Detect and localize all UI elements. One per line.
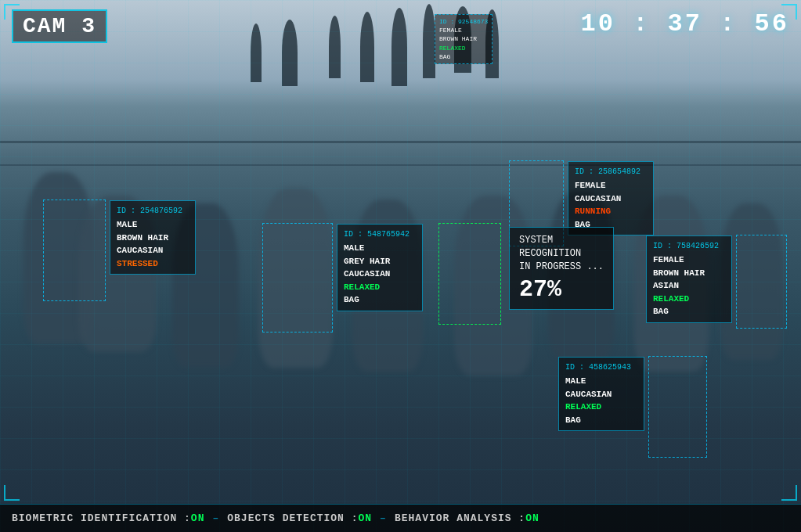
info-name-1b: BROWN HAIR [117, 232, 189, 245]
top-id-line1: FEMALE [439, 26, 488, 34]
detection-box-2: ID : 548765942 MALE GREY HAIR CAUCASIAN … [262, 223, 333, 332]
recognition-panel: SYSTEMRECOGNITIONIN PROGRESS ... 27% [509, 227, 614, 310]
info-name-5a: MALE [565, 375, 637, 388]
info-id-4: ID : 758426592 [653, 240, 725, 252]
info-status-2: RELAXED [344, 281, 416, 294]
info-id-5: ID : 458625943 [565, 361, 637, 373]
camera-view: CAM 3 10 : 37 : 56 ID : 92548673 FEMALE … [0, 0, 801, 532]
separator-1: – [212, 512, 219, 524]
biometric-label: BIOMETRIC IDENTIFICATION : [12, 512, 191, 524]
corner-bl [4, 485, 20, 501]
info-panel-3: ID : 258654892 FEMALE CAUCASIAN RUNNING … [568, 161, 654, 235]
info-id-3: ID : 258654892 [575, 166, 647, 178]
info-name-2a: MALE [344, 242, 416, 255]
info-name-4b: BROWN HAIR [653, 267, 725, 280]
top-id-line2: BROWN HAIR [439, 34, 488, 43]
info-name-3a: FEMALE [575, 179, 647, 192]
info-name-3b: CAUCASIAN [575, 192, 647, 206]
info-status-1: STRESSED [117, 257, 189, 271]
biometric-value: ON [191, 512, 205, 524]
status-bar: BIOMETRIC IDENTIFICATION : ON – OBJECTS … [0, 504, 801, 532]
behavior-label: BEHAVIOR ANALYSIS : [395, 512, 525, 524]
recognition-percent: 27% [519, 276, 604, 303]
info-name-2c: CAUCASIAN [344, 268, 416, 281]
info-panel-1: ID : 254876592 MALE BROWN HAIR CAUCASIAN… [110, 200, 196, 275]
top-id-label: ID : 92548673 [439, 17, 488, 26]
objects-label: OBJECTS DETECTION : [227, 512, 358, 524]
info-bag-2: BAG [344, 293, 416, 307]
timestamp: 10 : 37 : 56 [581, 9, 789, 38]
top-id-bag: BAG [439, 52, 488, 61]
info-status-5: RELAXED [565, 401, 637, 414]
top-id-status: RELAXED [439, 44, 488, 52]
info-name-1c: CAUCASIAN [117, 244, 189, 257]
info-name-5b: CAUCASIAN [565, 388, 637, 401]
info-status-3: RUNNING [575, 205, 647, 218]
info-name-4a: FEMALE [653, 253, 725, 267]
info-bag-4: BAG [653, 305, 725, 318]
detection-box-4: ID : 758426592 FEMALE BROWN HAIR ASIAN R… [736, 235, 787, 329]
info-name-4c: ASIAN [653, 279, 725, 293]
behavior-value: ON [525, 512, 539, 524]
info-panel-4: ID : 758426592 FEMALE BROWN HAIR ASIAN R… [646, 235, 732, 323]
camera-label: CAM 3 [12, 9, 107, 43]
info-panel-2: ID : 548765942 MALE GREY HAIR CAUCASIAN … [337, 224, 423, 311]
info-panel-5: ID : 458625943 MALE CAUCASIAN RELAXED BA… [558, 357, 644, 431]
recognition-label: SYSTEMRECOGNITIONIN PROGRESS ... [519, 234, 604, 273]
info-bag-5: BAG [565, 414, 637, 427]
info-name-2b: GREY HAIR [344, 255, 416, 268]
objects-value: ON [359, 512, 373, 524]
top-id-box: ID : 92548673 FEMALE BROWN HAIR RELAXED … [435, 14, 493, 64]
recognition-detection-box [438, 223, 501, 325]
info-id-1: ID : 254876592 [117, 205, 189, 217]
info-status-4: RELAXED [653, 293, 725, 306]
corner-br [781, 485, 797, 501]
info-id-2: ID : 548765942 [344, 228, 416, 240]
detection-box-1: ID : 254876592 MALE BROWN HAIR CAUCASIAN… [43, 200, 106, 301]
info-name-1a: MALE [117, 218, 189, 232]
separator-2: – [380, 512, 387, 524]
detection-box-5: ID : 458625943 MALE CAUCASIAN RELAXED BA… [648, 356, 707, 458]
